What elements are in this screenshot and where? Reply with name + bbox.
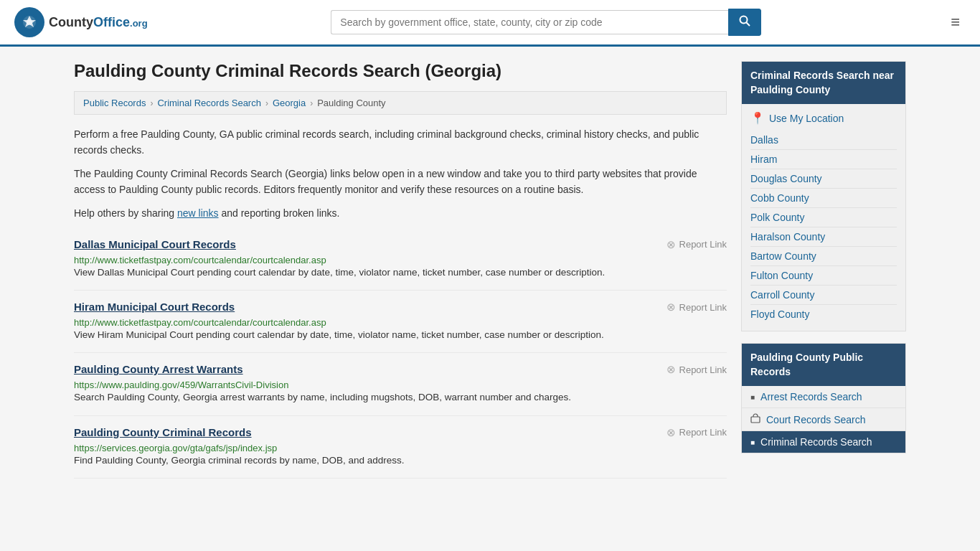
- nearby-link-carroll-county[interactable]: Carroll County: [750, 285, 897, 304]
- nearby-link-douglas-county[interactable]: Douglas County: [750, 169, 897, 188]
- description-1: Perform a free Paulding County, GA publi…: [74, 126, 727, 159]
- record-header: Hiram Municipal Court Records ⊗ Report L…: [74, 301, 727, 314]
- logo-icon: [14, 7, 44, 37]
- breadcrumb-sep-3: ›: [310, 98, 313, 108]
- report-link-0[interactable]: ⊗ Report Link: [666, 238, 727, 251]
- breadcrumb-public-records[interactable]: Public Records: [83, 98, 146, 108]
- records-list: Dallas Municipal Court Records ⊗ Report …: [74, 228, 727, 479]
- page-title: Paulding County Criminal Records Search …: [74, 61, 727, 81]
- record-item: Dallas Municipal Court Records ⊗ Report …: [74, 228, 727, 291]
- nearby-link-haralson-county[interactable]: Haralson County: [750, 227, 897, 246]
- new-links-link[interactable]: new links: [177, 207, 219, 219]
- nearby-link-cobb-county[interactable]: Cobb County: [750, 188, 897, 207]
- breadcrumb-georgia[interactable]: Georgia: [273, 98, 306, 108]
- svg-rect-5: [751, 417, 760, 423]
- logo-text: CountyOffice.org: [49, 15, 148, 30]
- nearby-link-fulton-county[interactable]: Fulton County: [750, 265, 897, 285]
- nearby-box: Criminal Records Search near Paulding Co…: [741, 61, 906, 331]
- record-title-0[interactable]: Dallas Municipal Court Records: [74, 238, 236, 250]
- report-icon-1: ⊗: [666, 301, 676, 314]
- nearby-link-floyd-county[interactable]: Floyd County: [750, 304, 897, 324]
- report-icon-0: ⊗: [666, 238, 676, 251]
- report-link-1[interactable]: ⊗ Report Link: [666, 301, 727, 314]
- public-records-link-0[interactable]: ■Arrest Records Search: [742, 386, 905, 408]
- record-item: Paulding County Arrest Warrants ⊗ Report…: [74, 353, 727, 415]
- menu-button[interactable]: ≡: [945, 10, 966, 34]
- public-records-icon-0: ■: [750, 393, 755, 401]
- description-3: Help others by sharing new links and rep…: [74, 205, 727, 221]
- breadcrumb-sep-2: ›: [265, 98, 268, 108]
- search-button[interactable]: [728, 9, 761, 36]
- record-header: Paulding County Criminal Records ⊗ Repor…: [74, 426, 727, 439]
- nearby-box-header: Criminal Records Search near Paulding Co…: [742, 62, 905, 104]
- report-icon-2: ⊗: [666, 363, 676, 376]
- breadcrumb-sep-1: ›: [150, 98, 153, 108]
- main-wrapper: Paulding County Criminal Records Search …: [60, 47, 920, 493]
- public-records-links: ■Arrest Records SearchCourt Records Sear…: [742, 386, 905, 453]
- header: CountyOffice.org ≡: [0, 0, 980, 47]
- record-title-1[interactable]: Hiram Municipal Court Records: [74, 301, 235, 313]
- public-records-box-header: Paulding County Public Records: [742, 344, 905, 386]
- report-link-3[interactable]: ⊗ Report Link: [666, 426, 727, 439]
- public-records-icon-1: [750, 413, 760, 425]
- logo-area: CountyOffice.org: [14, 7, 148, 37]
- nearby-link-polk-county[interactable]: Polk County: [750, 207, 897, 227]
- record-desc-0: View Dallas Municipal Court pending cour…: [74, 265, 727, 280]
- record-url-0[interactable]: http://www.ticketfastpay.com/courtcalend…: [74, 255, 326, 265]
- record-desc-1: View Hiram Municipal Court pending court…: [74, 328, 727, 342]
- record-url-2[interactable]: https://www.paulding.gov/459/WarrantsCiv…: [74, 380, 288, 390]
- record-url-3[interactable]: https://services.georgia.gov/gta/gafs/js…: [74, 443, 277, 453]
- description-2: The Paulding County Criminal Records Sea…: [74, 166, 727, 198]
- content-area: Paulding County Criminal Records Search …: [74, 61, 727, 479]
- nearby-link-bartow-county[interactable]: Bartow County: [750, 246, 897, 265]
- public-records-link-1[interactable]: Court Records Search: [742, 408, 905, 430]
- svg-point-2: [27, 19, 32, 25]
- search-input[interactable]: [331, 10, 728, 34]
- report-icon-3: ⊗: [666, 426, 676, 439]
- nearby-link-hiram[interactable]: Hiram: [750, 149, 897, 169]
- record-title-3[interactable]: Paulding County Criminal Records: [74, 426, 252, 438]
- nearby-links: DallasHiramDouglas CountyCobb CountyPolk…: [750, 131, 897, 324]
- use-my-location[interactable]: 📍 Use My Location: [750, 111, 897, 125]
- breadcrumb-current: Paulding County: [317, 98, 385, 108]
- breadcrumb: Public Records › Criminal Records Search…: [74, 91, 727, 115]
- record-title-2[interactable]: Paulding County Arrest Warrants: [74, 363, 243, 375]
- record-desc-2: Search Paulding County, Georgia arrest w…: [74, 390, 727, 405]
- public-records-box: Paulding County Public Records ■Arrest R…: [741, 343, 906, 453]
- sidebar: Criminal Records Search near Paulding Co…: [741, 61, 906, 479]
- report-link-2[interactable]: ⊗ Report Link: [666, 363, 727, 376]
- public-records-link-2[interactable]: ■Criminal Records Search: [742, 430, 905, 453]
- record-item: Paulding County Criminal Records ⊗ Repor…: [74, 416, 727, 479]
- svg-line-4: [746, 22, 750, 26]
- search-area: [331, 9, 761, 36]
- location-dot-icon: 📍: [750, 111, 765, 125]
- record-header: Dallas Municipal Court Records ⊗ Report …: [74, 238, 727, 251]
- public-records-icon-2: ■: [750, 438, 755, 446]
- nearby-link-dallas[interactable]: Dallas: [750, 131, 897, 149]
- record-desc-3: Find Paulding County, Georgia criminal r…: [74, 453, 727, 468]
- record-header: Paulding County Arrest Warrants ⊗ Report…: [74, 363, 727, 376]
- nearby-box-content: 📍 Use My Location DallasHiramDouglas Cou…: [742, 104, 905, 331]
- record-item: Hiram Municipal Court Records ⊗ Report L…: [74, 291, 727, 353]
- record-url-1[interactable]: http://www.ticketfastpay.com/courtcalend…: [74, 317, 326, 328]
- breadcrumb-criminal-records-search[interactable]: Criminal Records Search: [157, 98, 261, 108]
